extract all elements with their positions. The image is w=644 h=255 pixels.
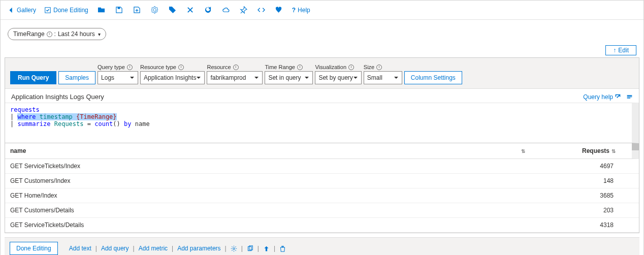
add-metric-link[interactable]: Add metric bbox=[139, 245, 168, 252]
open-external-icon bbox=[615, 93, 621, 100]
table-row[interactable]: GET Home/Index3685 bbox=[5, 188, 639, 203]
save-as-icon[interactable] bbox=[129, 4, 145, 16]
chevron-down-icon bbox=[196, 75, 201, 80]
info-icon: i bbox=[297, 65, 303, 70]
cell-requests: 4697 bbox=[532, 163, 634, 170]
query-editor[interactable]: requests | where timestamp {TimeRange} |… bbox=[5, 103, 639, 143]
section-edit-row: ↑ Edit bbox=[1, 45, 643, 57]
clear-icon[interactable] bbox=[182, 4, 198, 16]
resource-label: Resource bbox=[207, 64, 231, 70]
refresh-icon[interactable] bbox=[200, 4, 216, 16]
done-editing-label: Done Editing bbox=[53, 7, 88, 14]
table-body: GET ServiceTickets/Index4697GET Customer… bbox=[5, 159, 639, 233]
query-title: Application Insights Logs Query bbox=[11, 93, 104, 101]
query-panel: Run Query Samples Query typei Logs Resou… bbox=[5, 57, 639, 233]
time-range-label: Time Range bbox=[265, 64, 295, 70]
save-icon[interactable] bbox=[111, 4, 127, 16]
gear-icon[interactable] bbox=[231, 245, 237, 252]
size-dropdown[interactable]: Small bbox=[364, 71, 402, 84]
chevron-down-icon bbox=[304, 75, 309, 80]
cell-name: GET Customers/Details bbox=[10, 207, 532, 214]
info-icon: i bbox=[376, 65, 382, 70]
query-type-dropdown[interactable]: Logs bbox=[98, 71, 138, 84]
pin-icon[interactable] bbox=[236, 4, 251, 16]
code-icon[interactable] bbox=[253, 4, 269, 16]
table-row[interactable]: GET ServiceTickets/Index4697 bbox=[5, 159, 639, 174]
cloud-icon[interactable] bbox=[218, 4, 234, 16]
size-label: Size bbox=[364, 64, 374, 70]
col-header-requests[interactable]: Requests ⇅ bbox=[525, 147, 627, 154]
cell-requests: 3685 bbox=[532, 192, 634, 199]
cell-name: GET Customers/Index bbox=[10, 177, 532, 184]
add-parameters-link[interactable]: Add parameters bbox=[177, 245, 220, 252]
heart-icon[interactable] bbox=[271, 4, 287, 16]
add-query-link[interactable]: Add query bbox=[101, 245, 129, 252]
help-label: Help bbox=[298, 7, 310, 14]
time-range-dropdown[interactable]: Set in query bbox=[265, 71, 313, 84]
col-header-name[interactable]: name bbox=[10, 147, 516, 154]
samples-button[interactable]: Samples bbox=[58, 71, 95, 84]
time-range-pill-name: TimeRange bbox=[13, 30, 45, 38]
settings-icon[interactable] bbox=[147, 4, 163, 16]
query-controls: Run Query Samples Query typei Logs Resou… bbox=[5, 58, 639, 89]
query-help: Query help bbox=[583, 93, 633, 101]
chevron-down-icon bbox=[353, 75, 358, 80]
done-editing-top[interactable]: Done Editing bbox=[41, 5, 91, 16]
column-settings-button[interactable]: Column Settings bbox=[404, 71, 462, 84]
table-row[interactable]: GET ServiceTickets/Details4318 bbox=[5, 218, 639, 233]
intellisense-icon[interactable] bbox=[626, 93, 633, 100]
tag-icon[interactable] bbox=[165, 4, 180, 16]
delete-icon[interactable] bbox=[279, 245, 286, 252]
time-range-pill-value: Last 24 hours bbox=[58, 30, 95, 38]
table-header: name ⇅ Requests ⇅ bbox=[5, 143, 639, 159]
run-query-button[interactable]: Run Query bbox=[10, 71, 56, 84]
chevron-down-icon bbox=[394, 75, 399, 80]
edit-section-button[interactable]: ↑ Edit bbox=[605, 45, 636, 55]
query-type-label: Query type bbox=[98, 64, 125, 70]
query-help-link[interactable]: Query help bbox=[583, 93, 621, 101]
workbook-frame: Gallery Done Editing ? Help TimeRange i … bbox=[0, 0, 644, 255]
sort-icon[interactable]: ⇅ bbox=[611, 148, 616, 154]
move-up-icon[interactable] bbox=[263, 245, 270, 252]
help-button[interactable]: ? Help bbox=[289, 5, 313, 16]
done-editing-bottom[interactable]: Done Editing bbox=[10, 242, 58, 255]
cell-name: GET ServiceTickets/Details bbox=[10, 221, 532, 229]
top-toolbar: Gallery Done Editing ? Help bbox=[1, 1, 643, 20]
back-to-gallery[interactable]: Gallery bbox=[5, 5, 39, 16]
cell-name: GET ServiceTickets/Index bbox=[10, 163, 532, 170]
chevron-down-icon bbox=[254, 75, 259, 80]
sort-icon[interactable]: ⇅ bbox=[521, 148, 525, 154]
parameters-area: TimeRange i : Last 24 hours ▾ bbox=[1, 20, 643, 45]
cell-requests: 4318 bbox=[532, 221, 634, 229]
copy-icon[interactable] bbox=[247, 245, 253, 252]
cell-name: GET Home/Index bbox=[10, 192, 532, 199]
resource-type-dropdown[interactable]: Application Insights bbox=[140, 71, 205, 84]
info-icon: i bbox=[233, 65, 239, 70]
info-icon: i bbox=[47, 31, 52, 37]
query-title-row: Application Insights Logs Query Query he… bbox=[5, 89, 639, 103]
chevron-down-icon: ▾ bbox=[98, 31, 101, 37]
info-icon: i bbox=[127, 65, 133, 70]
visualization-dropdown[interactable]: Set by query bbox=[315, 71, 361, 84]
svg-point-0 bbox=[233, 247, 235, 249]
footer-bar: Done Editing Add text | Add query | Add … bbox=[5, 237, 639, 255]
add-text-link[interactable]: Add text bbox=[69, 245, 91, 252]
time-range-pill[interactable]: TimeRange i : Last 24 hours ▾ bbox=[8, 28, 106, 40]
resource-dropdown[interactable]: fabrikamprod bbox=[207, 71, 263, 84]
info-icon: i bbox=[178, 65, 184, 70]
arrow-up-icon: ↑ bbox=[613, 47, 616, 54]
open-icon[interactable] bbox=[93, 4, 109, 16]
cell-requests: 203 bbox=[532, 207, 634, 214]
visualization-label: Visualization bbox=[315, 64, 346, 70]
info-icon: i bbox=[348, 65, 354, 70]
resource-type-label: Resource type bbox=[140, 64, 176, 70]
chevron-down-icon bbox=[130, 75, 135, 80]
results-table: name ⇅ Requests ⇅ GET ServiceTickets/Ind… bbox=[5, 143, 639, 233]
table-row[interactable]: GET Customers/Details203 bbox=[5, 203, 639, 218]
table-row[interactable]: GET Customers/Index148 bbox=[5, 174, 639, 188]
cell-requests: 148 bbox=[532, 177, 634, 184]
gallery-label: Gallery bbox=[17, 7, 36, 14]
edit-label: Edit bbox=[618, 47, 629, 54]
